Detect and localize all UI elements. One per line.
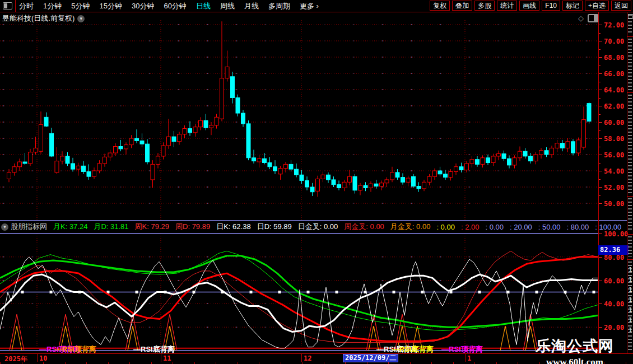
sidebar-toggle-button[interactable] xyxy=(0,0,16,12)
period-tab-周线[interactable]: 周线 xyxy=(220,1,235,11)
pane-divider xyxy=(0,220,627,221)
selected-date-box: 2025/12/09/二 xyxy=(343,354,398,362)
indicator-header: ▾ 股朋指标网 月K: 37.24月D: 31.81周K: 79.29周D: 7… xyxy=(1,222,621,232)
sidebar-toggle-icon xyxy=(3,2,12,10)
price-axis: 72.0070.0068.0066.0064.0062.0060.0058.00… xyxy=(599,12,627,353)
divergence-label: —RSI底背离 xyxy=(392,345,434,353)
rsi-indicator-chart[interactable]: —RSI顶背离—RSI顶背离—RSI底背离—RSI底背离—RSI底背离—RSI顶… xyxy=(0,232,598,353)
indicator-stat: : 50.00 xyxy=(538,223,561,231)
app-window: 分时1分钟5分钟15分钟30分钟60分钟日线周线月线多周期更多 › 复权叠加多股… xyxy=(0,0,633,364)
divergence-label: —RSI顶背离 xyxy=(441,345,483,353)
watermark-url: www.60lt.com xyxy=(536,357,614,364)
toolbar-button-复权[interactable]: 复权 xyxy=(430,1,450,11)
indicator-axis-label: 60.00 xyxy=(604,277,624,285)
toolbar-button-叠加[interactable]: 叠加 xyxy=(452,1,472,11)
period-tab-30分钟[interactable]: 30分钟 xyxy=(132,1,154,11)
indicator-stat: : 0.00 xyxy=(436,223,455,231)
price-axis-label: 72.00 xyxy=(604,21,624,29)
period-tab-1分钟[interactable]: 1分钟 xyxy=(43,1,62,11)
indicator-stat-周K: 周K: 79.29 xyxy=(135,222,169,232)
indicator-stat-周D: 周D: 79.89 xyxy=(175,222,210,232)
month-label: 11 xyxy=(163,354,171,362)
indicator-stat-月金叉: 月金叉: 0.00 xyxy=(390,222,431,232)
period-tab-15分钟[interactable]: 15分钟 xyxy=(99,1,122,11)
indicator-axis-label: 20.00 xyxy=(604,324,624,332)
price-axis-label: 66.00 xyxy=(604,70,624,78)
price-axis-label: 52.00 xyxy=(604,184,624,192)
top-toolbar: 分时1分钟5分钟15分钟30分钟60分钟日线周线月线多周期更多 › 复权叠加多股… xyxy=(0,0,633,12)
indicator-source: ▾ 股朋指标网 xyxy=(1,222,47,232)
indicator-stat-月K: 月K: 37.24 xyxy=(53,222,87,232)
month-label: 12 xyxy=(304,354,311,362)
indicator-stat: : 80.00 xyxy=(567,223,589,231)
price-axis-label: 62.00 xyxy=(604,102,624,110)
candlestick-chart[interactable] xyxy=(0,12,598,220)
diamond-icon[interactable]: ◇ xyxy=(578,15,584,22)
price-axis-label: 50.00 xyxy=(604,200,624,208)
month-label: 10 xyxy=(39,354,47,362)
period-menu: 分时1分钟5分钟15分钟30分钟60分钟日线周线月线多周期更多 › xyxy=(19,0,319,12)
period-tab-月线[interactable]: 月线 xyxy=(244,1,259,11)
indicator-stat: : 20.00 xyxy=(510,223,532,231)
price-axis-label: 58.00 xyxy=(604,135,624,143)
period-tab-5分钟[interactable]: 5分钟 xyxy=(71,1,90,11)
indicator-chevron-down-icon[interactable]: ▾ xyxy=(1,223,8,231)
indicator-stat-周金叉: 周金叉: 0.00 xyxy=(344,222,384,232)
indicator-current-value: 82.36 xyxy=(598,245,629,255)
indicator-stat-日K: 日K: 62.38 xyxy=(216,222,250,232)
period-tab-日线[interactable]: 日线 xyxy=(196,1,211,11)
indicator-source-label: 股朋指标网 xyxy=(11,222,47,232)
toolbar-button-多股[interactable]: 多股 xyxy=(474,1,495,11)
price-axis-label: 68.00 xyxy=(604,54,624,62)
indicator-stat-日D: 日D: 59.89 xyxy=(257,222,292,232)
divergence-label: —RSI顶背离 xyxy=(55,345,96,353)
indicator-stat-月D: 月D: 31.81 xyxy=(94,222,128,232)
toolbar-button-返回[interactable]: 返回 xyxy=(611,1,631,11)
right-edge-strip: 1111111 xyxy=(627,12,633,353)
indicator-stat: : 0.00 xyxy=(485,223,504,231)
period-tab-多周期[interactable]: 多周期 xyxy=(268,1,290,11)
indicator-stat: : 2.00 xyxy=(461,223,480,231)
price-axis-label: 56.00 xyxy=(604,151,624,159)
indicator-axis-label: 40.00 xyxy=(604,300,624,308)
price-axis-label: 70.00 xyxy=(604,38,624,45)
watermark-site-name: 乐淘公式网 xyxy=(536,336,614,356)
indicator-axis-label: 100.00 xyxy=(604,230,628,238)
toolbar-button-画线[interactable]: 画线 xyxy=(519,1,539,11)
period-tab-分时[interactable]: 分时 xyxy=(19,1,34,11)
toolbar-button-+自选[interactable]: +自选 xyxy=(585,1,609,11)
period-tab-60分钟[interactable]: 60分钟 xyxy=(164,1,186,11)
price-axis-label: 64.00 xyxy=(604,86,624,94)
indicator-stat-日金叉: 日金叉: 0.00 xyxy=(298,222,338,232)
chart-corner-icons: ◇ xyxy=(578,14,599,22)
price-axis-label: 54.00 xyxy=(604,167,624,175)
watermark: 乐淘公式网 www.60lt.com xyxy=(536,336,614,364)
price-axis-label: 60.00 xyxy=(604,119,624,127)
period-tab-更多 ›[interactable]: 更多 › xyxy=(300,1,319,11)
toolbar-button-标记[interactable]: 标记 xyxy=(562,1,583,11)
panel-toggle-icon[interactable] xyxy=(588,14,599,22)
divergence-label: —RSI底背离 xyxy=(133,345,175,353)
toolbar-button-统计[interactable]: 统计 xyxy=(497,1,517,11)
toolbar-actions: 复权叠加多股统计画线F10标记+自选返回 xyxy=(430,1,631,11)
month-label: 1 xyxy=(467,354,471,362)
toolbar-button-F10[interactable]: F10 xyxy=(542,1,560,11)
